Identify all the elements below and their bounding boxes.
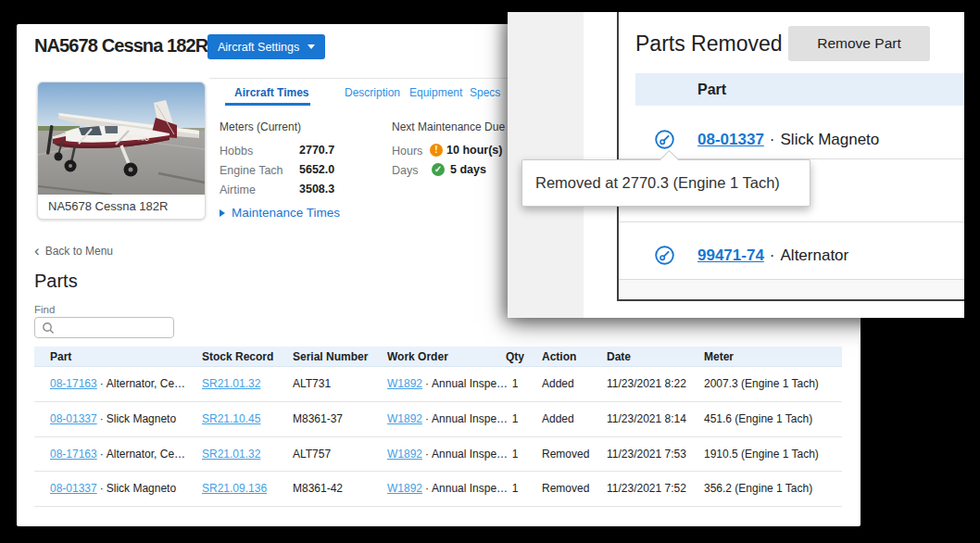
meter-label-hobbs: Hobbs (220, 145, 253, 158)
meters-heading: Meters (Current) (220, 120, 301, 133)
partial-row (619, 280, 964, 299)
table-row: 08-17163·Alternator, Ce… SR21.01.32 ALT7… (34, 437, 842, 473)
meter-label-engine-tach: Engine Tach (220, 164, 283, 177)
work-order-link[interactable]: W1892 (387, 482, 422, 495)
back-to-menu-link[interactable]: ‹ Back to Menu (34, 245, 113, 258)
parts-removed-heading: Parts Removed (635, 32, 783, 57)
due-value-hours: 10 hour(s) (446, 144, 502, 157)
work-order-link[interactable]: W1892 (387, 448, 422, 461)
gauge-icon (654, 129, 675, 150)
search-icon (42, 322, 55, 335)
stock-record-link[interactable]: SR21.10.45 (202, 412, 260, 425)
photo-caption: NA5678 Cessna 182R (48, 199, 168, 213)
search-box (34, 317, 174, 338)
parts-removed-panel: Parts Removed Remove Part Part 08-01337·… (508, 12, 964, 318)
next-due-heading: Next Maintenance Due (392, 120, 505, 133)
remove-part-button[interactable]: Remove Part (788, 26, 930, 61)
work-order-link[interactable]: W1892 (387, 412, 422, 425)
check-icon: ✓ (432, 163, 445, 176)
tab-equipment[interactable]: Equipment (409, 86, 462, 99)
part-link[interactable]: 08-17163 (50, 377, 97, 390)
triangle-right-icon (220, 209, 225, 217)
meter-value-airtime: 3508.3 (299, 183, 334, 196)
chevron-left-icon: ‹ (34, 246, 40, 257)
due-label-days: Days (392, 164, 418, 177)
removed-part-link[interactable]: 99471-74 (697, 246, 764, 264)
part-link[interactable]: 08-01337 (50, 482, 97, 495)
page-title: NA5678 Cessna 182R (34, 35, 207, 57)
parts-table-header: Part Stock Record Serial Number Work Ord… (34, 347, 842, 367)
chevron-down-icon (308, 44, 315, 49)
table-row: 08-01337·Slick Magneto SR21.09.136 M8361… (34, 472, 842, 507)
meter-value-hobbs: 2770.7 (299, 144, 334, 157)
part-link[interactable]: 08-01337 (50, 412, 97, 425)
desktop-background: NA5678 Cessna 182R Aircraft Settings (0, 0, 980, 543)
table-row: 08-17163·Alternator, Ce… SR21.01.32 ALT7… (34, 367, 842, 402)
tab-description[interactable]: Description (345, 86, 400, 99)
warning-icon: ! (430, 144, 443, 157)
tab-aircraft-times[interactable]: Aircraft Times (234, 86, 308, 99)
aircraft-settings-button[interactable]: Aircraft Settings (207, 34, 325, 59)
parts-table: Part Stock Record Serial Number Work Ord… (34, 347, 842, 507)
parts-heading: Parts (34, 271, 78, 292)
modal-table-header: Part (635, 73, 964, 106)
stock-record-link[interactable]: SR21.09.136 (202, 482, 267, 495)
stock-record-link[interactable]: SR21.01.32 (202, 448, 260, 461)
work-order-link[interactable]: W1892 (387, 377, 422, 390)
due-value-days: 5 days (450, 163, 486, 176)
stock-record-link[interactable]: SR21.01.32 (202, 377, 260, 390)
aircraft-photo-card: N4723G NA5678 Cessna 182R (37, 82, 206, 220)
tab-specs[interactable]: Specs (470, 86, 500, 99)
table-row: 08-01337·Slick Magneto SR21.10.45 M8361-… (34, 402, 842, 437)
aircraft-photo: N4723G (38, 82, 205, 195)
maintenance-times-link[interactable]: Maintenance Times (220, 206, 340, 220)
active-tab-underline (225, 103, 310, 106)
part-link[interactable]: 08-17163 (50, 448, 97, 461)
find-label: Find (34, 304, 55, 315)
removed-part-link[interactable]: 08-01337 (697, 131, 764, 148)
due-label-hours: Hours (392, 145, 422, 158)
meter-value-engine-tach: 5652.0 (299, 163, 334, 176)
tabbar-divider (209, 78, 515, 79)
meter-label-airtime: Airtime (220, 183, 256, 196)
gauge-icon (654, 245, 675, 266)
search-input[interactable] (59, 319, 170, 336)
